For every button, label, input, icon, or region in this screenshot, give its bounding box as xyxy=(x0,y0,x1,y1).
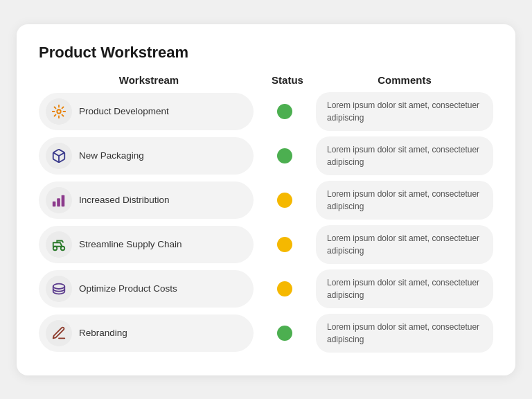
comment-cell-optimize-product-costs: Lorem ipsum dolor sit amet, consectetuer… xyxy=(316,269,493,308)
table-header: Workstream Status Comments xyxy=(39,74,493,86)
workstream-cell-product-development: Product Development xyxy=(39,93,254,130)
svg-rect-1 xyxy=(53,201,56,206)
status-cell-product-development xyxy=(254,104,316,119)
icon-increased-distribution xyxy=(46,187,72,213)
workstream-label-new-packaging: New Packaging xyxy=(79,150,144,161)
icon-streamline-supply-chain xyxy=(46,231,72,258)
status-dot-product-development xyxy=(277,104,292,119)
col-header-comments: Comments xyxy=(319,74,490,86)
comment-box-increased-distribution: Lorem ipsum dolor sit amet, consectetuer… xyxy=(316,181,493,220)
col-header-workstream: Workstream xyxy=(42,74,256,86)
table-row: Product Development Lorem ipsum dolor si… xyxy=(39,91,493,132)
comment-cell-rebranding: Lorem ipsum dolor sit amet, consectetuer… xyxy=(316,314,493,353)
svg-rect-3 xyxy=(62,195,65,206)
icon-new-packaging xyxy=(46,143,72,169)
comment-box-new-packaging: Lorem ipsum dolor sit amet, consectetuer… xyxy=(316,136,493,175)
table-row: Rebranding Lorem ipsum dolor sit amet, c… xyxy=(39,313,493,353)
status-dot-rebranding xyxy=(277,326,292,341)
card: Product Workstream Workstream Status Com… xyxy=(17,24,515,375)
status-cell-new-packaging xyxy=(254,148,316,163)
svg-rect-2 xyxy=(57,198,60,206)
svg-point-5 xyxy=(61,246,65,250)
comment-box-rebranding: Lorem ipsum dolor sit amet, consectetuer… xyxy=(316,314,493,353)
rows-container: Product Development Lorem ipsum dolor si… xyxy=(39,91,493,353)
status-dot-streamline-supply-chain xyxy=(277,237,292,252)
workstream-label-rebranding: Rebranding xyxy=(79,328,127,338)
comment-box-optimize-product-costs: Lorem ipsum dolor sit amet, consectetuer… xyxy=(316,269,493,308)
comment-cell-streamline-supply-chain: Lorem ipsum dolor sit amet, consectetuer… xyxy=(316,225,493,264)
status-cell-streamline-supply-chain xyxy=(254,237,316,252)
col-header-status: Status xyxy=(256,74,319,86)
comment-cell-new-packaging: Lorem ipsum dolor sit amet, consectetuer… xyxy=(316,136,493,175)
page-title: Product Workstream xyxy=(39,44,493,62)
workstream-label-increased-distribution: Increased Distribution xyxy=(79,195,170,205)
workstream-label-optimize-product-costs: Optimize Product Costs xyxy=(79,283,177,294)
workstream-label-streamline-supply-chain: Streamline Supply Chain xyxy=(79,239,182,249)
comment-box-streamline-supply-chain: Lorem ipsum dolor sit amet, consectetuer… xyxy=(316,225,493,264)
comment-cell-increased-distribution: Lorem ipsum dolor sit amet, consectetuer… xyxy=(316,181,493,220)
icon-optimize-product-costs xyxy=(46,276,72,302)
table-row: New Packaging Lorem ipsum dolor sit amet… xyxy=(39,136,493,176)
status-dot-optimize-product-costs xyxy=(277,281,292,296)
comment-box-product-development: Lorem ipsum dolor sit amet, consectetuer… xyxy=(316,92,493,131)
status-dot-increased-distribution xyxy=(277,193,292,208)
workstream-label-product-development: Product Development xyxy=(79,106,169,116)
status-cell-increased-distribution xyxy=(254,193,316,208)
workstream-cell-optimize-product-costs: Optimize Product Costs xyxy=(39,270,254,308)
workstream-cell-streamline-supply-chain: Streamline Supply Chain xyxy=(39,226,254,263)
comment-cell-product-development: Lorem ipsum dolor sit amet, consectetuer… xyxy=(316,92,493,131)
status-cell-rebranding xyxy=(254,326,316,341)
status-cell-optimize-product-costs xyxy=(254,281,316,296)
workstream-cell-increased-distribution: Increased Distribution xyxy=(39,181,254,219)
svg-point-6 xyxy=(53,283,65,288)
workstream-cell-new-packaging: New Packaging xyxy=(39,137,254,175)
icon-rebranding xyxy=(46,320,72,346)
table-row: Optimize Product Costs Lorem ipsum dolor… xyxy=(39,269,493,309)
svg-point-0 xyxy=(57,109,61,114)
table-row: Streamline Supply Chain Lorem ipsum dolo… xyxy=(39,224,493,265)
workstream-cell-rebranding: Rebranding xyxy=(39,314,254,352)
status-dot-new-packaging xyxy=(277,148,292,163)
table-row: Increased Distribution Lorem ipsum dolor… xyxy=(39,180,493,220)
icon-product-development xyxy=(46,98,72,125)
